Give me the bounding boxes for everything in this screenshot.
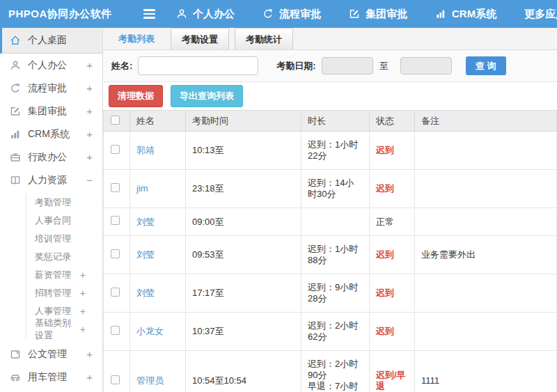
expand-toggle-icon[interactable]: + — [80, 269, 86, 281]
duration-cell — [301, 208, 370, 236]
column-header: 姓名 — [130, 111, 186, 132]
employee-name-link[interactable]: 刘莹 — [136, 249, 155, 260]
expand-toggle-icon[interactable]: + — [86, 128, 93, 140]
checkbox-cell — [104, 132, 130, 170]
sidebar-item-流程审批[interactable]: 流程审批 + — [0, 77, 102, 100]
top-nav-item-label: 个人办公 — [193, 8, 235, 21]
note-cell — [415, 208, 557, 236]
row-checkbox[interactable] — [111, 288, 120, 297]
top-header: PHPOA协同办公软件 个人办公 流程审批 集团审批 CRM系统 更多应用 — [0, 0, 557, 28]
top-nav-item[interactable]: 流程审批 — [262, 8, 321, 21]
checkbox-cell — [104, 170, 130, 208]
sidebar-item-行政办公[interactable]: 行政办公 + — [0, 146, 102, 168]
sidebar-subitem-label: 奖惩记录 — [35, 251, 71, 263]
sidebar-item-个人桌面[interactable]: 个人桌面 — [0, 28, 102, 54]
expand-toggle-icon[interactable]: + — [86, 59, 93, 71]
duration-cell: 迟到：9小时28分 — [301, 274, 370, 313]
edit-icon — [10, 106, 21, 117]
row-checkbox[interactable] — [111, 326, 120, 335]
sidebar-subitem-label: 薪资管理 — [35, 269, 71, 281]
expand-toggle-icon[interactable]: + — [86, 151, 93, 163]
tab-考勤设置[interactable]: 考勤设置 — [171, 28, 229, 49]
sidebar-item-CRM系统[interactable]: CRM系统 + — [0, 123, 102, 146]
employee-name-link[interactable]: 刘莹 — [136, 288, 155, 298]
checkbox-cell — [104, 274, 130, 313]
time-cell: 10:13至 — [186, 132, 301, 170]
top-nav-item[interactable]: 集团审批 — [349, 8, 407, 21]
name-cell: 郭靖 — [130, 132, 186, 170]
sidebar-subitem-label: 培训管理 — [35, 233, 71, 245]
expand-toggle-icon[interactable]: + — [86, 105, 93, 117]
sidebar-item-人力资源[interactable]: 人力资源 − — [0, 168, 102, 191]
employee-name-link[interactable]: 郭靖 — [136, 145, 155, 155]
sidebar-item-用车管理[interactable]: 用车管理 + — [0, 366, 102, 389]
expand-toggle-icon[interactable]: + — [86, 348, 93, 360]
time-cell: 09:53至 — [186, 236, 301, 274]
checkbox-cell — [104, 208, 130, 236]
status-cell: 正常 — [370, 208, 415, 236]
clean-data-button[interactable]: 清理数据 — [109, 85, 163, 107]
employee-name-link[interactable]: 刘莹 — [136, 217, 155, 227]
employee-name-link[interactable]: 管理员 — [136, 375, 164, 386]
checkbox-cell — [104, 313, 130, 351]
sidebar-subitem-培训管理[interactable]: 培训管理 — [26, 230, 102, 248]
employee-name-link[interactable]: jim — [136, 183, 148, 194]
select-all-checkbox[interactable] — [111, 116, 120, 125]
row-checkbox[interactable] — [111, 375, 120, 384]
expand-toggle-icon[interactable]: − — [86, 174, 93, 186]
column-header: 时长 — [301, 111, 370, 132]
row-checkbox[interactable] — [111, 145, 120, 154]
sidebar-item-label: CRM系统 — [28, 128, 70, 141]
select-all-cell — [104, 111, 130, 132]
note-cell — [415, 170, 557, 208]
search-button[interactable]: 查 询 — [466, 56, 506, 75]
duration-cell: 迟到：2小时90分 早退：7小时10分 — [301, 351, 370, 392]
top-nav-item[interactable]: CRM系统 — [435, 8, 496, 21]
expand-toggle-icon[interactable]: + — [80, 324, 86, 335]
expand-toggle-icon[interactable]: + — [86, 82, 93, 94]
menu-toggle-icon[interactable] — [143, 7, 155, 21]
sidebar-subitem-奖惩记录[interactable]: 奖惩记录 — [26, 248, 102, 266]
status-cell: 迟到 — [370, 236, 415, 274]
table-body: 郭靖 10:13至 迟到：1小时22分 迟到 jim 23:18至 迟到：14小… — [104, 132, 557, 392]
chart-icon — [10, 129, 21, 140]
sidebar-item-个人办公[interactable]: 个人办公 + — [0, 54, 102, 77]
row-checkbox[interactable] — [111, 216, 120, 225]
expand-toggle-icon[interactable]: + — [80, 306, 86, 317]
sidebar-subitem-考勤管理[interactable]: 考勤管理 — [26, 194, 102, 212]
sidebar-submenu: 考勤管理 人事合同 培训管理 奖惩记录 薪资管理 + 招聘管理 + 人事管理 +… — [26, 194, 102, 338]
expand-toggle-icon[interactable]: + — [80, 288, 86, 299]
row-checkbox[interactable] — [111, 249, 120, 258]
row-checkbox[interactable] — [111, 183, 120, 192]
sidebar-item-集团审批[interactable]: 集团审批 + — [0, 100, 102, 123]
top-nav-item[interactable]: 更多应用 — [524, 8, 557, 21]
sidebar-item-label: 人力资源 — [28, 174, 67, 187]
sidebar-item-公文管理[interactable]: 公文管理 + — [0, 343, 102, 366]
export-list-button[interactable]: 导出查询列表 — [171, 85, 243, 107]
name-filter-label: 姓名: — [111, 60, 132, 72]
checkbox-cell — [104, 236, 130, 274]
name-cell: 小龙女 — [130, 313, 186, 351]
duration-cell: 迟到：14小时30分 — [301, 170, 370, 208]
tab-考勤列表[interactable]: 考勤列表 — [108, 28, 165, 49]
column-header: 状态 — [370, 111, 415, 132]
date-to-input[interactable] — [400, 57, 452, 75]
sidebar-subitem-招聘管理[interactable]: 招聘管理 + — [26, 284, 102, 302]
table-header-row: 姓名考勤时间时长状态备注 — [104, 111, 557, 132]
tab-考勤统计[interactable]: 考勤统计 — [235, 28, 293, 49]
time-cell: 23:18至 — [186, 170, 301, 208]
attendance-table: 姓名考勤时间时长状态备注 郭靖 10:13至 迟到：1小时22分 迟到 jim … — [103, 110, 557, 392]
expand-toggle-icon[interactable]: + — [86, 371, 93, 383]
sidebar-subitem-薪资管理[interactable]: 薪资管理 + — [26, 266, 102, 284]
date-from-input[interactable] — [322, 57, 373, 75]
name-filter-input[interactable] — [138, 56, 258, 75]
status-badge: 迟到 — [376, 288, 394, 298]
employee-name-link[interactable]: 小龙女 — [136, 326, 164, 336]
column-header: 考勤时间 — [186, 111, 301, 132]
status-cell: 迟到 — [370, 170, 415, 208]
sidebar-subitem-label: 基础类别设置 — [35, 317, 80, 342]
sidebar-subitem-人事合同[interactable]: 人事合同 — [26, 212, 102, 230]
top-nav-item[interactable]: 个人办公 — [176, 8, 235, 21]
date-filter-label: 考勤日期: — [276, 60, 315, 72]
sidebar-subitem-基础类别设置[interactable]: 基础类别设置 + — [26, 320, 102, 338]
